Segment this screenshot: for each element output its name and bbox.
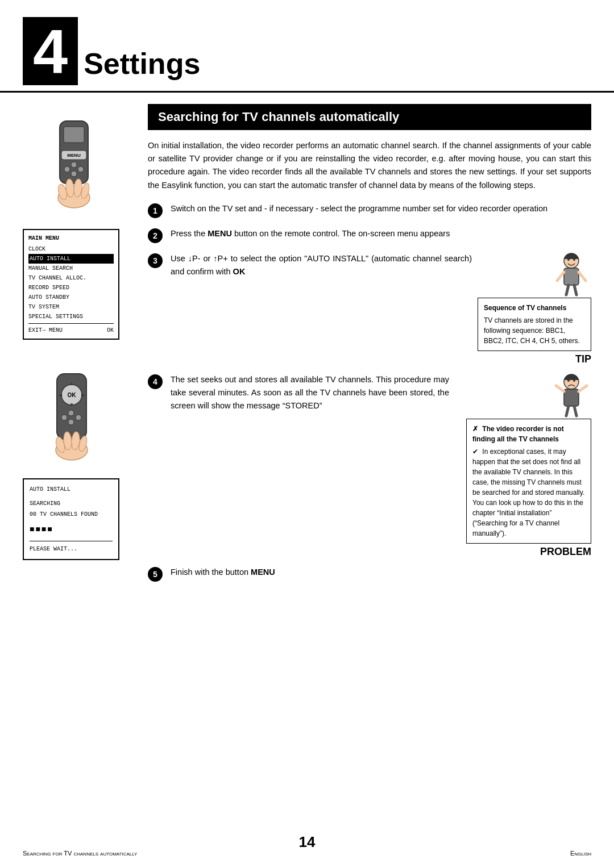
menu-screen: MAIN MENU CLOCK AUTO INSTALL MANUAL SEAR… [23, 229, 119, 340]
remote-menu-illustration: MENU [17, 104, 125, 218]
svg-point-6 [71, 162, 77, 168]
problem-label: PROBLEM [540, 546, 591, 558]
exit-label: EXIT→ MENU [28, 326, 63, 335]
chapter-number: 4 [23, 17, 78, 85]
svg-point-23 [68, 419, 74, 425]
problem-person-illustration [551, 373, 591, 419]
cross-icon: ✗ [472, 425, 478, 433]
menu-item-tv-channel: TV CHANNEL ALLOC. [28, 273, 114, 283]
svg-text:▲: ▲ [69, 381, 74, 386]
svg-point-22 [68, 410, 74, 416]
main-layout: MENU MAIN MENU CLOCK [0, 93, 614, 602]
tip-person-illustration [551, 252, 591, 298]
check-icon: ✔ [472, 448, 478, 456]
step-1-number: 1 [148, 203, 163, 218]
menu-item-record-speed: RECORD SPEED [28, 283, 114, 293]
auto-line1: AUTO INSTALL [30, 484, 113, 495]
step-3-text: Use ↓P- or ↑P+ to select the option "AUT… [171, 252, 472, 278]
step-4-main: 4 The set seeks out and stores all avail… [148, 373, 449, 413]
tip-title: Sequence of TV channels [484, 303, 585, 313]
step-4-number: 4 [148, 374, 163, 389]
remote-ok-illustration: OK ▲ ▼ ◀ ▶ [17, 359, 125, 467]
right-content: Searching for TV channels automatically … [136, 93, 614, 602]
tip-text: TV channels are stored in the following … [484, 315, 585, 346]
menu-title: MAIN MENU [28, 233, 114, 243]
chapter-title: Settings [84, 47, 200, 85]
svg-line-36 [574, 285, 576, 295]
svg-text:MENU: MENU [67, 153, 81, 158]
problem-box: ✗ The video recorder is not finding all … [466, 419, 591, 544]
svg-line-46 [574, 406, 576, 416]
auto-line3: 00 TV CHANNELS FOUND [30, 509, 113, 520]
tip-section: Sequence of TV channels TV channels are … [478, 252, 591, 365]
svg-rect-1 [64, 127, 84, 143]
step-4-text: The set seeks out and stores all availab… [171, 373, 449, 413]
auto-progress: ■■■■ [30, 522, 113, 537]
svg-point-7 [71, 171, 77, 177]
menu-exit-line: EXIT→ MENU OK [28, 326, 114, 335]
svg-point-21 [76, 415, 81, 420]
auto-line2: SEARCHING [30, 498, 113, 509]
svg-rect-42 [564, 389, 579, 406]
svg-line-33 [557, 272, 564, 281]
problem-check-text: In exceptional cases, it may happen that… [472, 448, 584, 537]
svg-rect-32 [564, 268, 579, 285]
section-heading: Searching for TV channels automatically [148, 104, 591, 130]
intro-text: On initial installation, the video recor… [148, 139, 591, 192]
svg-point-4 [64, 166, 70, 172]
menu-item-tv-system: TV SYSTEM [28, 302, 114, 312]
svg-line-35 [566, 285, 569, 295]
auto-screen: AUTO INSTALL SEARCHING 00 TV CHANNELS FO… [23, 478, 119, 560]
step-1: 1 Switch on the TV set and - if necessar… [148, 202, 591, 218]
step-2: 2 Press the MENU button on the remote co… [148, 227, 591, 243]
page-header: 4 Settings [0, 0, 614, 93]
svg-line-34 [579, 272, 586, 281]
auto-line5: PLEASE WAIT... [30, 544, 113, 554]
step-5-bold: MENU [251, 567, 275, 577]
problem-section: ✗ The video recorder is not finding all … [455, 373, 591, 558]
step-2-bold: MENU [208, 229, 232, 238]
step-2-text: Press the MENU button on the remote cont… [171, 227, 591, 240]
problem-title: ✗ The video recorder is not finding all … [472, 424, 585, 444]
svg-text:▶: ▶ [81, 393, 85, 398]
menu-item-auto-install: AUTO INSTALL [28, 254, 114, 264]
footer-page: 14 [299, 833, 316, 851]
tip-label: TIP [575, 353, 591, 365]
svg-text:◀: ◀ [59, 393, 63, 398]
svg-line-44 [579, 386, 587, 391]
problem-check-row: ✔ In exceptional cases, it may happen th… [472, 446, 585, 539]
left-sidebar: MENU MAIN MENU CLOCK [0, 93, 136, 602]
step-5-text: Finish with the button MENU [171, 566, 591, 579]
tip-box: Sequence of TV channels TV channels are … [478, 298, 591, 351]
step-1-text: Switch on the TV set and - if necessary … [171, 202, 591, 215]
svg-line-43 [556, 386, 564, 391]
problem-cross-title: The video recorder is not finding all th… [472, 425, 564, 443]
menu-item-manual-search: MANUAL SEARCH [28, 264, 114, 273]
step-3-main: 3 Use ↓P- or ↑P+ to select the option "A… [148, 252, 472, 278]
step-5: 5 Finish with the button MENU [148, 566, 591, 582]
svg-point-5 [78, 166, 84, 172]
page-footer: Searching for TV channels automatically … [0, 850, 614, 857]
step-3-row: 3 Use ↓P- or ↑P+ to select the option "A… [148, 252, 591, 365]
step-4-row: 4 The set seeks out and stores all avail… [148, 373, 591, 558]
footer-right: English [570, 850, 591, 857]
menu-item-clock: CLOCK [28, 244, 114, 254]
svg-point-20 [61, 415, 67, 420]
svg-line-45 [566, 406, 569, 416]
menu-item-auto-standby: AUTO STANDBY [28, 293, 114, 302]
ok-label: OK [107, 326, 114, 335]
svg-text:▼: ▼ [69, 402, 74, 407]
step-3-bold: OK [233, 267, 246, 276]
step-2-number: 2 [148, 228, 163, 243]
step-3-number: 3 [148, 253, 163, 268]
footer-left: Searching for TV channels automatically [23, 850, 137, 857]
menu-item-special-settings: SPECIAL SETTINGS [28, 312, 114, 322]
step-5-number: 5 [148, 567, 163, 582]
svg-text:OK: OK [68, 392, 77, 398]
